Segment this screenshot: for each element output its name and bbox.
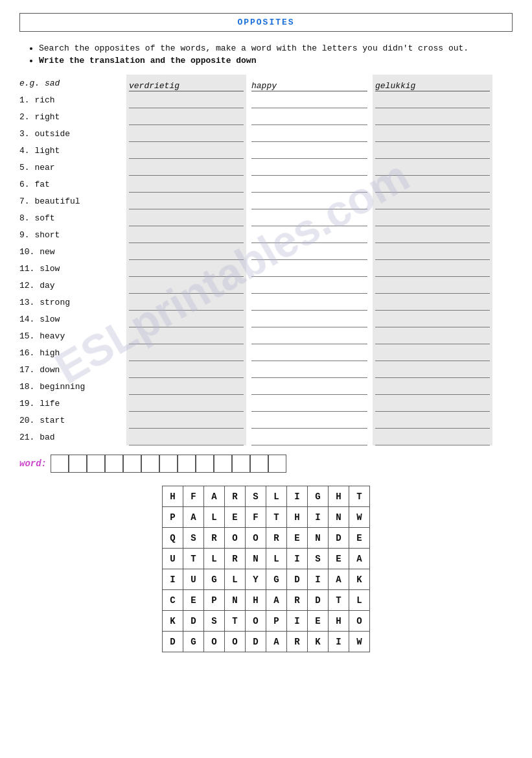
- ws-cell-0-9: T: [349, 486, 370, 507]
- answer-cell-12: [373, 294, 492, 311]
- dutch-cell-20: [126, 429, 246, 445]
- ws-cell-1-7: I: [308, 507, 329, 528]
- wordsearch-table: HFARSLIGHTPALEFTHINWQSROORENDEUTLRNLISEA…: [162, 486, 370, 652]
- word-box-5[interactable]: [141, 455, 159, 473]
- word-box-12[interactable]: [268, 455, 286, 473]
- ws-cell-6-2: S: [204, 611, 225, 632]
- dutch-cell-6: [126, 193, 246, 209]
- ws-cell-3-8: E: [329, 549, 349, 569]
- ws-cell-6-7: E: [308, 611, 329, 632]
- word-box-7[interactable]: [178, 455, 196, 473]
- answer-cell-6: [373, 193, 492, 209]
- ws-cell-7-2: O: [204, 632, 225, 652]
- ws-cell-2-4: O: [246, 528, 266, 549]
- ws-cell-3-0: U: [163, 549, 183, 569]
- word-box-1[interactable]: [69, 455, 87, 473]
- english-cell-5: [246, 176, 373, 193]
- answer-cell-17: [373, 378, 492, 395]
- ws-cell-7-7: K: [308, 632, 329, 652]
- word-box-0[interactable]: [51, 455, 69, 473]
- ws-cell-5-4: H: [246, 590, 266, 611]
- ws-cell-7-9: W: [349, 632, 370, 652]
- dutch-cell-17: [126, 378, 246, 395]
- english-cell-17: [246, 378, 373, 395]
- instruction-1: Search the opposites of the words, make …: [39, 43, 513, 53]
- instruction-2: Write the translation and the opposite d…: [39, 56, 513, 65]
- ws-cell-4-8: A: [329, 569, 349, 590]
- ws-cell-3-1: T: [183, 549, 204, 569]
- ws-row-3: UTLRNLISEA: [163, 549, 370, 569]
- dutch-cell-9: [126, 243, 246, 260]
- english-cell-9: [246, 243, 373, 260]
- ws-cell-4-6: D: [287, 569, 308, 590]
- english-cell-1: [246, 108, 373, 125]
- ws-cell-2-9: E: [349, 528, 370, 549]
- answer-cell-11: [373, 277, 492, 294]
- ws-cell-1-5: T: [266, 507, 287, 528]
- ws-cell-7-4: D: [246, 632, 266, 652]
- answer-cell-15: [373, 344, 492, 361]
- answer-cell-10: [373, 260, 492, 277]
- english-cell-12: [246, 294, 373, 311]
- english-cell-11: [246, 277, 373, 294]
- word-cell-1: 2. right: [19, 108, 126, 125]
- answer-cell-13: [373, 311, 492, 327]
- answer-cell-5: [373, 176, 492, 193]
- ws-cell-4-4: Y: [246, 569, 266, 590]
- word-box-11[interactable]: [250, 455, 268, 473]
- word-box-6[interactable]: [159, 455, 178, 473]
- answer-cell-4: [373, 159, 492, 176]
- ws-cell-3-9: A: [349, 549, 370, 569]
- answer-cell-2: [373, 125, 492, 142]
- word-box-3[interactable]: [105, 455, 123, 473]
- word-cell-19: 20. start: [19, 412, 126, 429]
- ws-cell-5-9: L: [349, 590, 370, 611]
- ws-cell-1-4: F: [246, 507, 266, 528]
- word-cell-8: 9. short: [19, 226, 126, 243]
- word-box-4[interactable]: [123, 455, 141, 473]
- english-cell-3: [246, 142, 373, 159]
- ws-cell-2-5: R: [266, 528, 287, 549]
- word-box-9[interactable]: [214, 455, 232, 473]
- ws-cell-6-4: O: [246, 611, 266, 632]
- word-box-10[interactable]: [232, 455, 250, 473]
- dutch-cell-11: [126, 277, 246, 294]
- english-cell-15: [246, 344, 373, 361]
- dutch-cell-10: [126, 260, 246, 277]
- ws-cell-0-7: G: [308, 486, 329, 507]
- dutch-cell-2: [126, 125, 246, 142]
- answer-cell-9: [373, 243, 492, 260]
- ws-row-1: PALEFTHINW: [163, 507, 370, 528]
- word-cell-13: 14. slow: [19, 311, 126, 327]
- ws-cell-2-7: N: [308, 528, 329, 549]
- ws-cell-0-2: A: [204, 486, 225, 507]
- ws-cell-6-5: P: [266, 611, 287, 632]
- answer-cell-7: [373, 209, 492, 226]
- ws-cell-1-9: W: [349, 507, 370, 528]
- ws-cell-6-0: K: [163, 611, 183, 632]
- ws-cell-7-6: R: [287, 632, 308, 652]
- word-cell-15: 16. high: [19, 344, 126, 361]
- word-box-2[interactable]: [87, 455, 105, 473]
- ws-cell-4-2: G: [204, 569, 225, 590]
- answer-cell-8: [373, 226, 492, 243]
- english-cell-13: [246, 311, 373, 327]
- word-cell-7: 8. soft: [19, 209, 126, 226]
- dutch-cell-1: [126, 108, 246, 125]
- ws-cell-0-1: F: [183, 486, 204, 507]
- word-cell-18: 19. life: [19, 395, 126, 412]
- example-english-cell: happy: [246, 75, 373, 91]
- ws-cell-2-0: Q: [163, 528, 183, 549]
- example-dutch-cell: verdrietig: [126, 75, 246, 91]
- word-label-text: word:: [19, 458, 47, 469]
- word-cell-20: 21. bad: [19, 429, 126, 445]
- dutch-cell-15: [126, 344, 246, 361]
- dutch-cell-16: [126, 361, 246, 378]
- word-box-8[interactable]: [196, 455, 214, 473]
- dutch-cell-4: [126, 159, 246, 176]
- ws-cell-0-3: R: [225, 486, 246, 507]
- ws-cell-6-8: H: [329, 611, 349, 632]
- word-cell-2: 3. outside: [19, 125, 126, 142]
- ws-cell-2-1: S: [183, 528, 204, 549]
- answer-cell-14: [373, 327, 492, 344]
